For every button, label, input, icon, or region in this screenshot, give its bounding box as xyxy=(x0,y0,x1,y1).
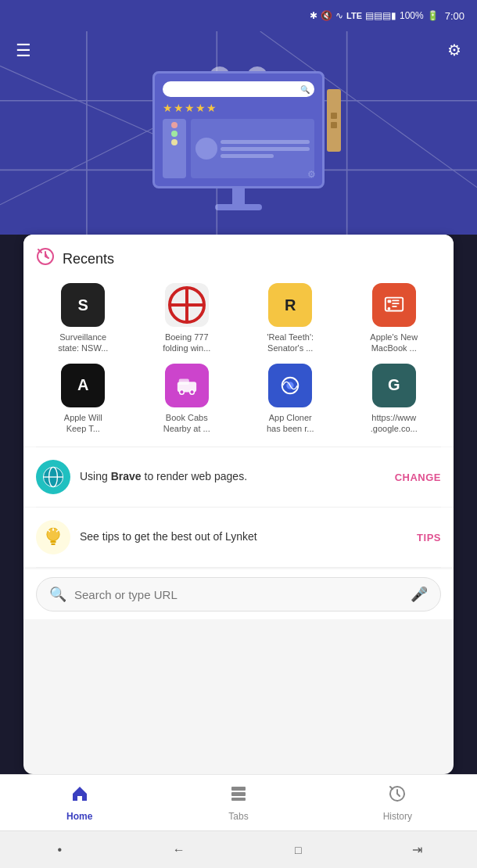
brave-banner: Using Brave to render web pages. CHANGE xyxy=(23,447,454,507)
brave-banner-icon xyxy=(36,460,70,494)
wifi-icon: ∿ xyxy=(335,10,343,21)
svg-rect-31 xyxy=(50,541,56,543)
divider-3 xyxy=(36,567,441,568)
status-bar: ✱ 🔇 ∿ LTE ▤▤▤▮ 100% 🔋 7:00 xyxy=(0,0,477,31)
system-share-button[interactable]: ⇥ xyxy=(410,842,425,858)
bookcabs-label: Book Cabs Nearby at ... xyxy=(160,412,214,435)
menu-button[interactable]: ☰ xyxy=(16,41,31,61)
system-dot-button[interactable]: • xyxy=(52,842,67,858)
nav-home[interactable]: Home xyxy=(0,784,159,822)
sidebar-dot-green xyxy=(171,131,178,137)
recents-clock-icon xyxy=(36,247,55,271)
signal-icon: ▤▤▤▮ xyxy=(365,10,396,21)
battery-label: 100% xyxy=(400,10,424,21)
status-icons: ✱ 🔇 ∿ LTE ▤▤▤▮ 100% 🔋 7:00 xyxy=(310,10,464,22)
recent-item-apple[interactable]: A Apple Will Keep T... xyxy=(36,364,131,435)
search-bar[interactable]: 🔍 🎤 xyxy=(36,577,441,612)
hero-section: ☰ ⚙ 🔍 ★★★★★ xyxy=(0,31,477,235)
lte-label: LTE xyxy=(346,11,362,20)
monitor-settings-icon: ⚙ xyxy=(307,169,316,180)
recent-item-google[interactable]: G https://www .google.co... xyxy=(347,364,442,435)
recents-section: Recents S Surveillance state: NSW... xyxy=(23,235,454,447)
svg-rect-16 xyxy=(392,303,399,304)
recent-item-macbook[interactable]: Apple's New MacBook ... xyxy=(347,283,442,354)
monitor-right-panel xyxy=(327,89,341,152)
system-nav-bar: • ← □ ⇥ xyxy=(0,830,477,868)
search-input[interactable] xyxy=(74,588,403,601)
recents-grid: S Surveillance state: NSW... Boeing 777 … xyxy=(36,283,441,434)
sidebar-dot-red xyxy=(171,122,178,128)
search-bar-container: 🔍 🎤 xyxy=(23,569,454,619)
monitor-search-bar: 🔍 xyxy=(163,81,314,97)
macbook-label: Apple's New MacBook ... xyxy=(367,332,421,354)
svg-rect-36 xyxy=(231,787,246,791)
svg-rect-15 xyxy=(392,299,399,301)
apple-label: Apple Will Keep T... xyxy=(56,412,110,435)
apple-icon: A xyxy=(61,364,105,407)
boeing-label: Boeing 777 folding win... xyxy=(160,332,214,354)
panel-dot-2 xyxy=(331,122,337,128)
panel-dot-1 xyxy=(331,113,337,119)
surveillance-label: Surveillance state: NSW... xyxy=(56,332,110,354)
brave-change-button[interactable]: CHANGE xyxy=(395,472,441,483)
svg-point-18 xyxy=(387,307,390,310)
svg-rect-38 xyxy=(231,798,246,801)
nav-history[interactable]: History xyxy=(318,784,477,822)
recent-item-realteeth[interactable]: R 'Real Teeth': Senator's ... xyxy=(243,283,338,354)
nav-tabs[interactable]: Tabs xyxy=(159,784,317,822)
svg-rect-37 xyxy=(231,792,246,796)
tips-banner-icon xyxy=(36,520,70,554)
svg-rect-32 xyxy=(51,543,55,545)
monitor-main-area xyxy=(191,119,314,178)
monitor-text-lines xyxy=(221,140,310,158)
battery-icon: 🔋 xyxy=(427,10,439,21)
tips-banner-text: See tips to get the best out of Lynket xyxy=(80,529,407,545)
system-back-button[interactable]: ← xyxy=(171,842,187,858)
realteeth-icon: R xyxy=(268,283,312,327)
monitor-content xyxy=(163,119,314,178)
bookcabs-icon xyxy=(165,364,209,407)
recent-item-appcloner[interactable]: App Cloner has been r... xyxy=(243,364,338,435)
sidebar-dot-yellow xyxy=(171,139,178,145)
svg-rect-20 xyxy=(178,378,188,384)
history-label: History xyxy=(383,811,412,822)
system-recents-button[interactable]: □ xyxy=(290,842,306,858)
mute-icon: 🔇 xyxy=(321,10,332,21)
recent-item-boeing[interactable]: Boeing 777 folding win... xyxy=(140,283,235,354)
mic-icon[interactable]: 🎤 xyxy=(411,586,428,603)
monitor-sidebar xyxy=(163,119,186,178)
monitor-line-2 xyxy=(221,147,310,151)
recents-header: Recents xyxy=(36,247,441,271)
brave-banner-text: Using Brave to render web pages. xyxy=(80,469,386,485)
home-label: Home xyxy=(66,811,92,822)
monitor-line-1 xyxy=(221,140,310,144)
time-label: 7:00 xyxy=(445,10,464,22)
google-icon: G xyxy=(372,364,416,407)
svg-point-22 xyxy=(189,389,194,394)
recents-title: Recents xyxy=(63,251,114,267)
svg-point-21 xyxy=(179,389,184,394)
history-icon xyxy=(388,784,407,808)
monitor-screen: 🔍 ★★★★★ xyxy=(152,71,325,188)
monitor-line-3 xyxy=(221,154,274,158)
macbook-icon xyxy=(372,283,416,327)
main-card: Recents S Surveillance state: NSW... xyxy=(23,235,454,774)
bottom-nav: Home Tabs History xyxy=(0,774,477,830)
tips-button[interactable]: TIPS xyxy=(417,532,441,543)
appcloner-icon xyxy=(268,364,312,407)
tabs-icon xyxy=(229,784,248,808)
recent-item-bookcabs[interactable]: Book Cabs Nearby at ... xyxy=(140,364,235,435)
realteeth-label: 'Real Teeth': Senator's ... xyxy=(263,332,317,354)
search-icon: 🔍 xyxy=(49,586,66,603)
settings-button[interactable]: ⚙ xyxy=(447,41,461,59)
monitor-globe-icon xyxy=(195,138,217,160)
boeing-icon xyxy=(165,283,209,327)
google-label: https://www .google.co... xyxy=(367,412,421,435)
monitor-stars: ★★★★★ xyxy=(163,102,314,114)
tabs-label: Tabs xyxy=(228,811,248,822)
home-icon xyxy=(70,784,89,808)
appcloner-label: App Cloner has been r... xyxy=(263,412,317,435)
recent-item-surveillance[interactable]: S Surveillance state: NSW... xyxy=(36,283,131,354)
svg-rect-17 xyxy=(392,306,397,307)
bluetooth-icon: ✱ xyxy=(310,10,317,21)
